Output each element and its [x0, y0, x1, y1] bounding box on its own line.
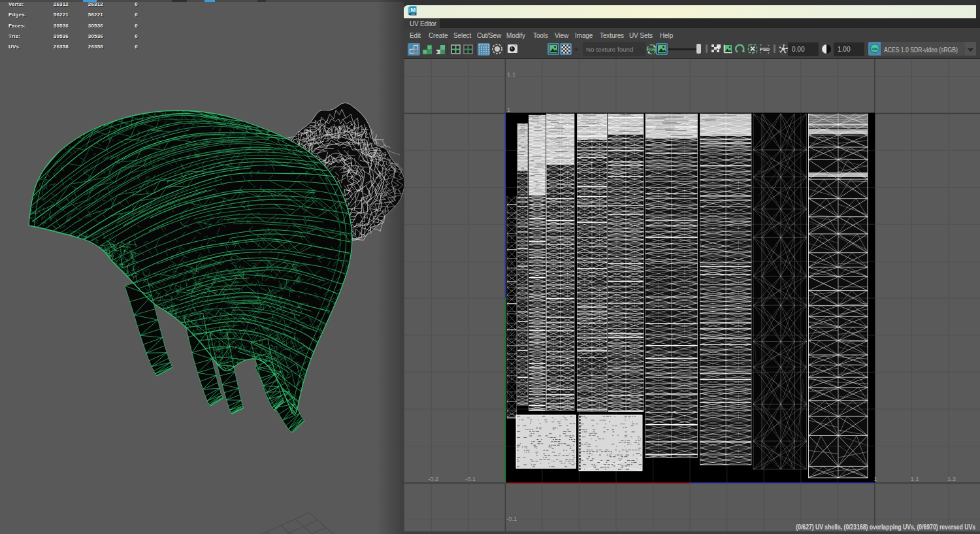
svg-text:-0.1: -0.1	[465, 475, 476, 482]
svg-text:1: 1	[874, 475, 877, 482]
svg-text:1: 1	[507, 106, 510, 113]
svg-text:-0.2: -0.2	[428, 475, 438, 482]
svg-text:M: M	[410, 6, 416, 13]
svg-text:1.2: 1.2	[947, 475, 956, 482]
svg-text:1.1: 1.1	[507, 71, 515, 78]
svg-text:RGB: RGB	[647, 47, 657, 52]
svg-text:-0.1: -0.1	[506, 515, 517, 522]
svg-text:ON: ON	[872, 47, 877, 51]
svg-text:PSD: PSD	[760, 46, 770, 52]
svg-text:1.1: 1.1	[911, 475, 919, 482]
